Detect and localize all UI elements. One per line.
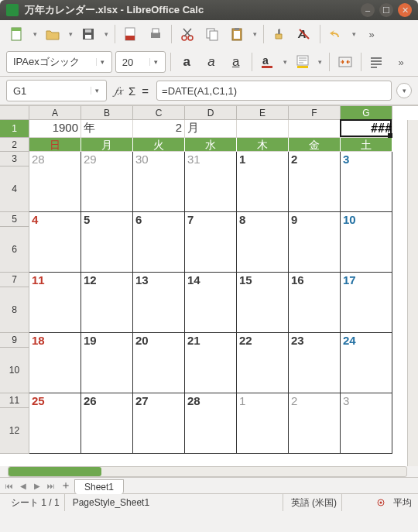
calendar-body-cell[interactable] xyxy=(341,408,392,454)
calendar-body-cell[interactable] xyxy=(289,227,341,273)
copy-button[interactable] xyxy=(201,23,223,45)
day-of-week-header[interactable]: 土 xyxy=(341,138,392,152)
print-button[interactable] xyxy=(145,23,166,45)
save-dropdown[interactable]: ▾ xyxy=(102,30,110,38)
new-doc-dropdown[interactable]: ▾ xyxy=(31,30,39,38)
column-header[interactable]: G xyxy=(341,106,392,120)
calendar-day-cell[interactable]: 12 xyxy=(81,273,133,287)
calendar-body-cell[interactable] xyxy=(81,408,133,454)
column-header[interactable]: A xyxy=(29,106,81,120)
cell[interactable]: 年 xyxy=(81,120,133,138)
calendar-day-cell[interactable]: 24 xyxy=(341,333,392,348)
calendar-body-cell[interactable] xyxy=(341,166,392,212)
select-all-corner[interactable] xyxy=(0,106,29,120)
paste-button[interactable] xyxy=(226,23,248,45)
calendar-body-cell[interactable] xyxy=(341,287,392,333)
calendar-day-cell[interactable]: 30 xyxy=(133,152,185,166)
calendar-day-cell[interactable]: 19 xyxy=(81,333,133,348)
calendar-body-cell[interactable] xyxy=(29,287,81,333)
undo-dropdown[interactable]: ▾ xyxy=(350,30,358,38)
merge-cells-button[interactable] xyxy=(334,51,356,73)
calendar-day-cell[interactable]: 9 xyxy=(289,212,341,227)
tab-prev-button[interactable]: ◀ xyxy=(17,479,29,492)
more-button[interactable]: » xyxy=(361,23,382,45)
day-of-week-header[interactable]: 月 xyxy=(81,138,133,152)
calendar-body-cell[interactable] xyxy=(81,348,133,393)
clone-format-button[interactable] xyxy=(269,23,290,45)
row-header[interactable]: 10 xyxy=(0,348,29,393)
scrollbar-thumb[interactable] xyxy=(9,467,101,476)
align-button[interactable] xyxy=(366,51,388,73)
more-format-button[interactable]: » xyxy=(390,51,412,73)
calendar-day-cell[interactable]: 2 xyxy=(289,393,341,408)
maximize-button[interactable]: ☐ xyxy=(379,3,393,17)
row-header[interactable]: 6 xyxy=(0,227,29,273)
calendar-day-cell[interactable]: 20 xyxy=(133,333,185,348)
cell[interactable] xyxy=(289,120,341,138)
status-page-style[interactable]: PageStyle_Sheet1 xyxy=(68,494,283,511)
status-language[interactable]: 英語 (米国) xyxy=(286,494,342,511)
clear-format-button[interactable]: A xyxy=(293,23,315,45)
calendar-day-cell[interactable]: 13 xyxy=(133,273,185,287)
calendar-day-cell[interactable]: 8 xyxy=(237,212,289,227)
undo-button[interactable] xyxy=(325,23,347,45)
calendar-body-cell[interactable] xyxy=(237,408,289,454)
calendar-body-cell[interactable] xyxy=(289,287,341,333)
add-sheet-button[interactable]: ＋ xyxy=(59,479,73,493)
row-header[interactable]: 2 xyxy=(0,138,29,152)
calendar-body-cell[interactable] xyxy=(133,166,185,212)
calendar-body-cell[interactable] xyxy=(341,348,392,393)
font-size-combo[interactable]: 20 ▾ xyxy=(115,51,166,73)
highlight-button[interactable] xyxy=(292,51,314,73)
calendar-day-cell[interactable]: 7 xyxy=(185,212,237,227)
calendar-day-cell[interactable]: 1 xyxy=(237,393,289,408)
row-header[interactable]: 9 xyxy=(0,333,29,348)
open-dropdown[interactable]: ▾ xyxy=(67,30,74,38)
calendar-body-cell[interactable] xyxy=(237,348,289,393)
day-of-week-header[interactable]: 木 xyxy=(237,138,289,152)
calendar-body-cell[interactable] xyxy=(185,408,237,454)
cell[interactable] xyxy=(237,120,289,138)
calendar-day-cell[interactable]: 3 xyxy=(341,152,392,166)
calendar-day-cell[interactable]: 29 xyxy=(81,152,133,166)
row-header[interactable]: 12 xyxy=(0,408,29,454)
expand-formula-button[interactable]: ▾ xyxy=(396,83,412,98)
export-pdf-button[interactable] xyxy=(120,23,142,45)
status-average-label[interactable]: 平均 xyxy=(393,496,412,510)
calendar-body-cell[interactable] xyxy=(185,166,237,212)
calendar-day-cell[interactable]: 4 xyxy=(29,212,81,227)
new-doc-button[interactable] xyxy=(6,23,28,45)
row-header[interactable]: 8 xyxy=(0,287,29,333)
calendar-day-cell[interactable]: 26 xyxy=(81,393,133,408)
calendar-body-cell[interactable] xyxy=(81,166,133,212)
calendar-day-cell[interactable]: 23 xyxy=(289,333,341,348)
calendar-day-cell[interactable]: 16 xyxy=(289,273,341,287)
row-header[interactable]: 1 xyxy=(0,120,29,138)
horizontal-scrollbar[interactable] xyxy=(8,466,407,477)
calendar-day-cell[interactable]: 5 xyxy=(81,212,133,227)
calendar-day-cell[interactable]: 28 xyxy=(185,393,237,408)
calendar-body-cell[interactable] xyxy=(289,408,341,454)
day-of-week-header[interactable]: 火 xyxy=(133,138,185,152)
calendar-body-cell[interactable] xyxy=(29,227,81,273)
row-header[interactable]: 4 xyxy=(0,166,29,212)
row-header[interactable]: 3 xyxy=(0,152,29,166)
close-button[interactable]: ✕ xyxy=(398,3,412,17)
row-header[interactable]: 11 xyxy=(0,393,29,408)
day-of-week-header[interactable]: 水 xyxy=(185,138,237,152)
bold-button[interactable]: a xyxy=(176,51,197,73)
underline-button[interactable]: a xyxy=(225,51,247,73)
vertical-scrollbar[interactable] xyxy=(407,120,418,466)
calendar-body-cell[interactable] xyxy=(81,227,133,273)
day-of-week-header[interactable]: 日 xyxy=(29,138,81,152)
column-header[interactable]: F xyxy=(289,106,341,120)
function-wizard-button[interactable]: 𝑓𝑥 xyxy=(115,84,122,98)
row-header[interactable]: 5 xyxy=(0,212,29,227)
calendar-body-cell[interactable] xyxy=(237,227,289,273)
cell[interactable]: 2 xyxy=(133,120,185,138)
calendar-body-cell[interactable] xyxy=(29,166,81,212)
status-modified-icon[interactable] xyxy=(372,498,390,507)
minimize-button[interactable]: – xyxy=(361,3,375,17)
calendar-day-cell[interactable]: 18 xyxy=(29,333,81,348)
calendar-body-cell[interactable] xyxy=(133,227,185,273)
